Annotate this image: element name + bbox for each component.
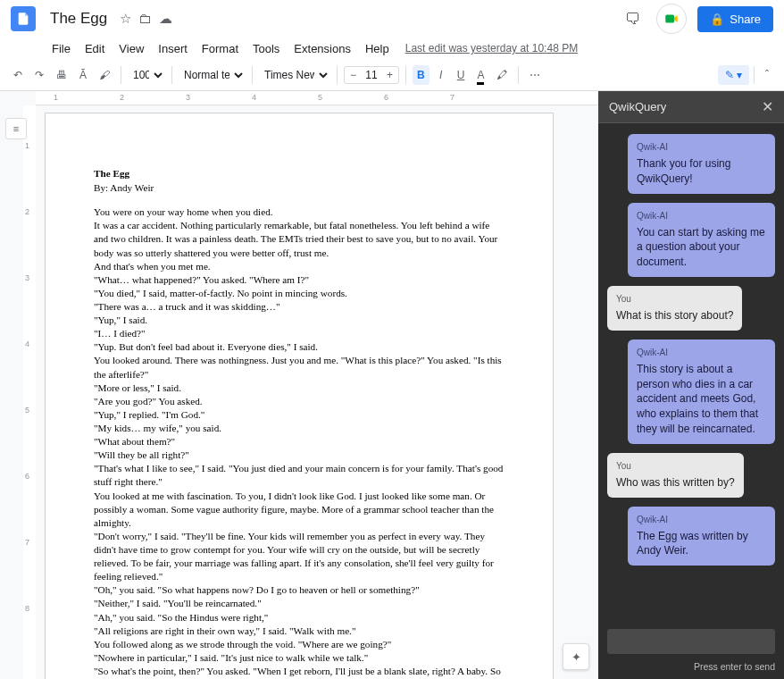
menu-help[interactable]: Help	[358, 40, 396, 57]
chat-message-from: Qwik-AI	[637, 514, 766, 526]
print-button[interactable]: 🖶	[52, 65, 71, 85]
doc-paragraph[interactable]: "Ah," you said. "So the Hindus were righ…	[94, 611, 505, 625]
doc-paragraph[interactable]: "I… I died?"	[94, 327, 505, 340]
comments-icon[interactable]: 🗨	[621, 6, 646, 31]
font-select[interactable]: Times New...	[259, 65, 330, 85]
sidebar-title: QwikQuery	[609, 100, 666, 113]
doc-paragraph[interactable]: "What about them?"	[94, 435, 505, 448]
menu-extensions[interactable]: Extensions	[287, 40, 358, 57]
highlight-button[interactable]: 🖍	[492, 65, 512, 85]
menu-insert[interactable]: Insert	[151, 40, 195, 57]
menubar: FileEditViewInsertFormatToolsExtensionsH…	[0, 38, 784, 59]
move-icon[interactable]: 🗀	[138, 11, 152, 27]
document-title[interactable]: The Egg	[45, 8, 113, 29]
chat-input-hint: Press enter to send	[598, 661, 784, 679]
font-size-value[interactable]: 11	[362, 69, 381, 81]
paragraph-style-select[interactable]: Normal text	[179, 65, 246, 85]
spellcheck-button[interactable]: Ā	[75, 65, 91, 85]
doc-paragraph[interactable]: "Yup," I replied. "I'm God."	[94, 408, 505, 422]
doc-paragraph[interactable]: "All religions are right in their own wa…	[94, 625, 505, 638]
doc-body-title[interactable]: The Egg	[94, 167, 505, 180]
lock-icon: 🔒	[710, 13, 724, 26]
chat-message-ai: Qwik-AIYou can start by asking me a ques…	[628, 203, 775, 277]
doc-paragraph[interactable]: "More or less," I said.	[94, 381, 505, 395]
chat-input[interactable]	[607, 629, 775, 654]
chat-message-from: You	[616, 460, 735, 473]
explore-button[interactable]: ✦	[563, 643, 589, 670]
menu-format[interactable]: Format	[195, 40, 246, 57]
font-size-increase[interactable]: +	[381, 67, 398, 83]
meet-icon[interactable]	[656, 4, 687, 34]
doc-paragraph[interactable]: You followed along as we strode through …	[94, 638, 505, 651]
zoom-select[interactable]: 100%	[128, 65, 165, 85]
more-toolbar-button[interactable]: ⋯	[525, 65, 545, 85]
menu-tools[interactable]: Tools	[246, 40, 287, 57]
font-size-decrease[interactable]: −	[345, 67, 362, 83]
chat-message-from: Qwik-AI	[637, 347, 766, 359]
chat-message-from: You	[616, 293, 733, 306]
bold-button[interactable]: B	[413, 65, 430, 85]
doc-body-byline[interactable]: By: Andy Weir	[94, 181, 505, 195]
horizontal-ruler[interactable]: 1234567	[36, 91, 598, 105]
star-icon[interactable]: ☆	[120, 11, 131, 27]
chat-message-user: YouWhat is this story about?	[607, 286, 742, 331]
doc-paragraph[interactable]: You were on your way home when you died.	[94, 205, 505, 219]
doc-paragraph[interactable]: "My kids… my wife," you said.	[94, 422, 505, 435]
cloud-status-icon[interactable]: ☁	[159, 11, 172, 27]
doc-paragraph[interactable]: "Are you god?" You asked.	[94, 395, 505, 408]
doc-paragraph[interactable]: You looked at me with fascination. To yo…	[94, 490, 505, 530]
chat-message-ai: Qwik-AIThe Egg was written by Andy Weir.	[628, 507, 775, 566]
paint-format-button[interactable]: 🖌	[95, 65, 114, 85]
titlebar: The Egg ☆ 🗀 ☁ 🗨 🔒Share	[0, 0, 784, 38]
doc-paragraph[interactable]: And that's when you met me.	[94, 260, 505, 273]
menu-file[interactable]: File	[45, 40, 78, 57]
menu-view[interactable]: View	[112, 40, 151, 57]
undo-button[interactable]: ↶	[9, 65, 27, 85]
docs-logo-icon[interactable]	[11, 6, 36, 31]
font-size-stepper[interactable]: − 11 +	[344, 66, 399, 84]
doc-paragraph[interactable]: "Nowhere in particular," I said. "It's j…	[94, 651, 505, 665]
doc-paragraph[interactable]: "So what's the point, then?" You asked. …	[94, 665, 505, 679]
vertical-ruler[interactable]: 12345678	[23, 105, 36, 679]
chat-message-from: Qwik-AI	[637, 141, 766, 154]
close-icon[interactable]: ✕	[762, 98, 773, 115]
doc-paragraph[interactable]: "Yup. But don't feel bad about it. Every…	[94, 340, 505, 354]
chat-message-text: Who was this written by?	[616, 475, 735, 490]
underline-button[interactable]: U	[453, 65, 470, 85]
chat-message-text: What is this story about?	[616, 308, 733, 323]
chat-message-ai: Qwik-AIThis story is about a person who …	[628, 340, 775, 444]
chat-message-text: The Egg was written by Andy Weir.	[637, 529, 766, 559]
collapse-toolbar-button[interactable]: ˆ	[759, 65, 775, 85]
doc-paragraph[interactable]: "That's what I like to see," I said. "Yo…	[94, 462, 505, 489]
text-color-button[interactable]: A	[472, 65, 488, 85]
doc-paragraph[interactable]: It was a car accident. Nothing particula…	[94, 219, 505, 259]
last-edit-link[interactable]: Last edit was yesterday at 10:48 PM	[405, 42, 578, 54]
chat-messages: Qwik-AIThank you for using QwikQuery!Qwi…	[598, 123, 784, 622]
chat-message-text: Thank you for using QwikQuery!	[637, 156, 766, 187]
menu-edit[interactable]: Edit	[78, 40, 112, 57]
document-canvas: 1234567 12345678 ≡ The Egg By: Andy Weir…	[0, 91, 598, 679]
italic-button[interactable]: I	[433, 65, 449, 85]
doc-paragraph[interactable]: "You died," I said, matter-of-factly. No…	[94, 287, 505, 300]
chat-message-user: YouWho was this written by?	[607, 453, 744, 498]
chat-message-from: Qwik-AI	[637, 210, 766, 222]
doc-paragraph[interactable]: "What… what happened?" You asked. "Where…	[94, 273, 505, 287]
share-label: Share	[730, 13, 761, 26]
redo-button[interactable]: ↷	[30, 65, 48, 85]
doc-paragraph[interactable]: "Yup," I said.	[94, 314, 505, 327]
doc-paragraph[interactable]: "Don't worry," I said. "They'll be fine.…	[94, 530, 505, 583]
svg-rect-0	[666, 15, 675, 23]
qwikquery-sidebar: QwikQuery ✕ Qwik-AIThank you for using Q…	[598, 91, 784, 679]
toolbar: ↶ ↷ 🖶 Ā 🖌 100% Normal text Times New... …	[0, 59, 784, 91]
doc-paragraph[interactable]: "There was a… a truck and it was skiddin…	[94, 300, 505, 314]
editing-mode-button[interactable]: ✎ ▾	[718, 65, 749, 85]
doc-paragraph[interactable]: "Oh," you said. "So what happens now? Do…	[94, 583, 505, 597]
outline-toggle-icon[interactable]: ≡	[5, 118, 27, 139]
chat-message-text: You can start by asking me a question ab…	[637, 225, 766, 270]
share-button[interactable]: 🔒Share	[697, 6, 773, 32]
doc-paragraph[interactable]: "Will they be all right?"	[94, 448, 505, 462]
doc-paragraph[interactable]: "Neither," I said. "You'll be reincarnat…	[94, 597, 505, 610]
doc-paragraph[interactable]: You looked around. There was nothingness…	[94, 354, 505, 381]
document-page[interactable]: The Egg By: Andy Weir You were on your w…	[45, 113, 554, 679]
sidebar-header: QwikQuery ✕	[598, 91, 784, 123]
